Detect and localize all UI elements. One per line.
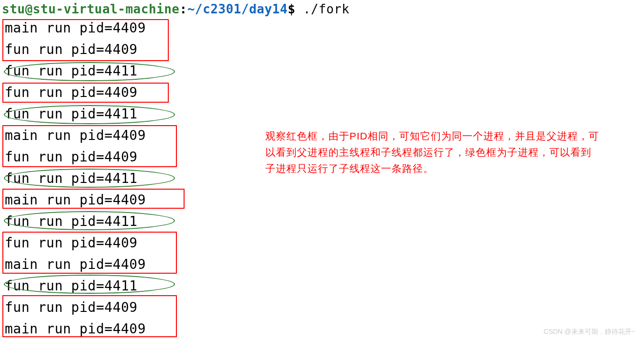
prompt-symbol: $ [288, 2, 295, 16]
prompt-line: stu@stu-virtual-machine:~/c2301/day14$ .… [2, 2, 642, 16]
annotation-line: 以看到父进程的主线程和子线程都运行了，绿色框为子进程，可以看到 [265, 144, 633, 160]
output-line: main run pid=4409 [2, 17, 642, 39]
watermark: CSDN @未来可期，静待花开~ [544, 328, 635, 336]
output-line: main run pid=4409 [2, 189, 642, 211]
separator-colon: : [180, 2, 187, 16]
output-line: fun run pid=4411 [2, 211, 642, 232]
output-line: fun run pid=4411 [2, 60, 642, 82]
output-line: fun run pid=4409 [2, 39, 642, 60]
annotation-line: 观察红色框，由于PID相同，可知它们为同一个进程，并且是父进程，可 [265, 128, 633, 144]
current-path: ~/c2301/day14 [187, 2, 288, 16]
user-host: stu@stu-virtual-machine [2, 2, 180, 16]
output-line: fun run pid=4409 [2, 232, 642, 254]
output-line: main run pid=4409 [2, 254, 642, 275]
output-line: fun run pid=4409 [2, 297, 642, 318]
annotation-line: 子进程只运行了子线程这一条路径。 [265, 160, 633, 177]
output-line: fun run pid=4411 [2, 275, 642, 297]
command-text: ./fork [295, 2, 349, 16]
output-container: main run pid=4409 fun run pid=4409 fun r… [2, 17, 642, 340]
output-line: fun run pid=4411 [2, 103, 642, 125]
output-line: fun run pid=4409 [2, 82, 642, 103]
annotation-text: 观察红色框，由于PID相同，可知它们为同一个进程，并且是父进程，可 以看到父进程… [265, 128, 633, 177]
